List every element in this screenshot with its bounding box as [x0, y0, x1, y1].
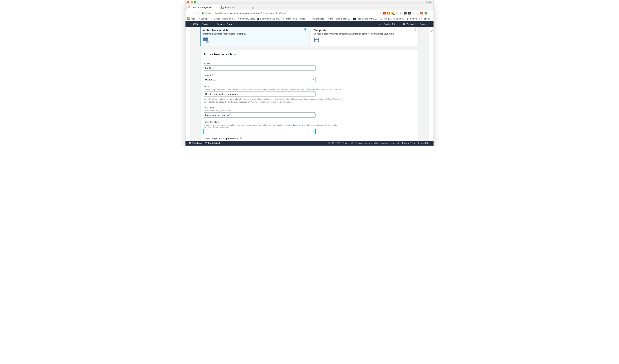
bookmark-item[interactable]: BBootstrap 3 Tips and..: [257, 18, 280, 20]
privacy-link[interactable]: Privacy Policy: [402, 142, 415, 144]
close-window-button[interactable]: [187, 1, 189, 3]
reload-button[interactable]: ⟳: [196, 12, 199, 15]
document-icon: [237, 18, 239, 20]
chevron-down-icon: ▼: [415, 23, 416, 25]
rolename-hint: Enter a name for your new role.: [204, 110, 345, 112]
extension-icon[interactable]: Q: [424, 12, 427, 14]
option-description: Start with a simple "hello world" exampl…: [203, 33, 306, 35]
new-tab-button[interactable]: [251, 6, 255, 10]
learn-more-link[interactable]: Learn more: [293, 124, 303, 126]
policy-select[interactable]: ▼: [204, 129, 316, 134]
region-menu[interactable]: N. Virginia▼: [403, 23, 416, 25]
dollar-icon: $: [407, 18, 409, 20]
back-button[interactable]: ←: [187, 12, 190, 15]
account-menu[interactable]: Bradley Price▼: [384, 23, 400, 25]
option-author-from-scratch[interactable]: Author from scratch Start with a simple …: [200, 27, 308, 46]
role-select[interactable]: Create new role from template(s) ▼: [204, 91, 316, 97]
bookmarks-bar: Apps Startups ✎Design lessons for e… Sel…: [185, 16, 434, 21]
pin-icon[interactable]: 📌︎: [240, 23, 243, 25]
policy-hint: Choose one or more policy templates. A r…: [204, 124, 345, 128]
mac-titlebar: Bradley: [185, 0, 434, 4]
zoom-window-button[interactable]: [194, 1, 196, 3]
aws-logo[interactable]: aws: [193, 22, 198, 26]
svg-point-4: [354, 19, 355, 19]
extension-icon[interactable]: ◧: [400, 12, 402, 14]
runtime-select[interactable]: Python 2.7 ▼: [204, 77, 316, 82]
browser-window: Bradley Lambda Management Console × Prod…: [185, 0, 434, 146]
omnibox[interactable]: 🔒︎ Secure https://console.aws.amazon.com…: [201, 11, 378, 15]
feedback-button[interactable]: Feedback: [189, 142, 202, 144]
rolename-label: Role name*: [204, 106, 345, 109]
radio-selected-icon[interactable]: [304, 28, 306, 30]
left-rail: [185, 27, 191, 141]
policy-label: Policy templates: [204, 121, 345, 123]
services-menu[interactable]: Services▼: [202, 23, 213, 25]
field-policy-templates: Policy templates Choose one or more poli…: [204, 121, 345, 141]
chip-remove-icon[interactable]: ✕: [240, 137, 242, 140]
role-hint: Defines the permissions of your function…: [204, 89, 345, 91]
extension-abp-icon[interactable]: ABP: [383, 12, 386, 14]
bookmark-item[interactable]: The Hacker Shelf | C…: [327, 18, 351, 20]
bookmark-item[interactable]: 0The 10 Most Underu…: [380, 18, 405, 20]
bookmark-overflow-button[interactable]: »: [432, 18, 433, 20]
info-link[interactable]: Info: [234, 53, 237, 56]
support-menu[interactable]: Support▼: [420, 23, 430, 25]
extension-icon[interactable]: ❄︎: [412, 12, 415, 14]
extension-icon[interactable]: ∿: [404, 12, 407, 14]
document-icon: [197, 18, 200, 20]
radio-unselected-icon[interactable]: [415, 28, 417, 30]
mac-user-label: Bradley: [425, 1, 432, 3]
tab-close-icon[interactable]: ×: [247, 6, 249, 9]
tab-title: Lambda Management Console: [192, 6, 215, 9]
option-blueprints[interactable]: Blueprints Choose a preconfigured templa…: [311, 27, 419, 46]
lambda-favicon-icon: [188, 6, 190, 9]
bookmark-item[interactable]: SelectorGadget: [237, 18, 254, 20]
role-note: Lambda will automatically create a role …: [204, 98, 345, 103]
rolename-input[interactable]: [204, 112, 316, 118]
bookmark-item[interactable]: ✎Design lessons for e…: [211, 18, 235, 20]
tab-close-icon[interactable]: ×: [216, 6, 217, 9]
terms-link[interactable]: Terms of Use: [418, 142, 430, 144]
svg-rect-16: [314, 39, 315, 41]
panel-body: Name* Runtime* Python 2.7 ▼ Role* Define…: [200, 59, 419, 141]
browser-tab[interactable]: Lambda Management Console ×: [186, 5, 219, 10]
language-selector[interactable]: English (US): [205, 142, 220, 144]
apps-button[interactable]: Apps: [187, 17, 195, 20]
extension-icon[interactable]: 💬︎: [395, 12, 398, 14]
blueprints-icon: [313, 37, 320, 43]
minimize-window-button[interactable]: [191, 1, 193, 3]
extension-pocket-icon[interactable]: ⌄: [408, 12, 411, 14]
bookmark-item[interactable]: Repeat!: [420, 18, 430, 20]
extension-icon[interactable]: ▦5: [391, 12, 394, 14]
chrome-menu-icon[interactable]: ⋮: [429, 12, 432, 15]
bookmark-item[interactable]: Pens picked by the E…: [353, 18, 378, 20]
bookmark-item[interactable]: $Secrets: [407, 18, 417, 20]
forward-button: →: [192, 12, 195, 15]
copyright-text: © 2008 - 2017, Amazon Web Services, Inc.…: [328, 142, 399, 144]
speech-bubble-icon: [189, 142, 191, 144]
extension-icon[interactable]: a: [416, 12, 419, 14]
svg-rect-3: [353, 18, 356, 20]
learn-more-link[interactable]: Learn more: [305, 89, 315, 91]
bookmark-item[interactable]: Startups: [197, 18, 209, 20]
extension-icon[interactable]: ◪: [420, 12, 423, 14]
bookmark-favicon-icon: ✳︎: [282, 18, 285, 20]
resource-groups-menu[interactable]: Resource Groups▼: [217, 23, 237, 25]
bell-icon: [378, 23, 380, 25]
hamburger-menu-icon[interactable]: [187, 29, 189, 141]
bookmark-item[interactable]: ∿scratchpad.io/: [308, 18, 324, 20]
svg-text:B: B: [257, 18, 259, 20]
notifications-button[interactable]: [378, 23, 380, 26]
svg-text:0: 0: [381, 18, 382, 20]
info-icon[interactable]: i: [430, 29, 433, 32]
right-rail: i: [428, 27, 434, 141]
role-label: Role*: [204, 85, 345, 88]
option-title: Author from scratch: [203, 29, 306, 32]
browser-tab[interactable]: Produciton ×: [219, 5, 251, 10]
name-input[interactable]: [204, 65, 316, 71]
tab-strip: Lambda Management Console × Produciton ×: [185, 4, 434, 10]
bookmark-item[interactable]: ✳︎Think Traffic — Build..: [282, 18, 306, 20]
extension-icon[interactable]: ✚: [387, 12, 390, 14]
document-icon: [327, 18, 329, 20]
bookmark-star-icon[interactable]: ☆: [379, 11, 382, 15]
